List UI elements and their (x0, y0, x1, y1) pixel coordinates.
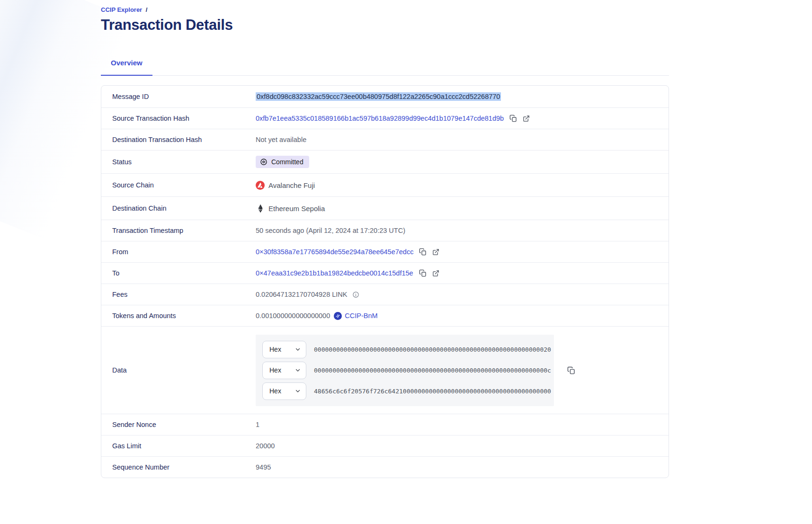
breadcrumb: CCIP Explorer / (101, 6, 669, 13)
hex-format-select[interactable]: Hex (262, 362, 306, 379)
copy-icon[interactable] (567, 366, 575, 374)
table-row-source-chain: Source Chain Avalanche Fuji (101, 173, 669, 196)
table-row-tokens: Tokens and Amounts 0.001000000000000000 … (101, 305, 669, 326)
sender-nonce-value: 1 (256, 421, 259, 428)
table-row-data: Data Hex 0000000000000000000000000000000… (101, 326, 669, 414)
to-address-link[interactable]: 0×47eaa31c9e2b1b1ba19824bedcbe0014c15df1… (256, 269, 413, 277)
status-badge-label: Committed (271, 158, 303, 166)
copy-icon[interactable] (419, 248, 427, 256)
ethereum-icon (256, 204, 265, 213)
table-row-to: To 0×47eaa31c9e2b1b1ba19824bedcbe0014c15… (101, 262, 669, 284)
table-row-from: From 0×30f8358a7e17765894de55e294a78ee64… (101, 241, 669, 262)
table-row-gas-limit: Gas Limit 20000 (101, 435, 669, 456)
data-hex-row: Hex 000000000000000000000000000000000000… (262, 362, 547, 379)
field-label: Sender Nonce (101, 421, 256, 428)
breadcrumb-separator: / (146, 6, 148, 13)
breadcrumb-ccip-explorer-link[interactable]: CCIP Explorer (101, 6, 142, 13)
hex-format-select-value: Hex (269, 366, 281, 374)
field-label: Destination Chain (101, 204, 256, 212)
sequence-number-value: 9495 (256, 463, 271, 471)
field-label: Source Chain (101, 181, 256, 189)
table-row-sequence-number: Sequence Number 9495 (101, 456, 669, 478)
field-label: Sequence Number (101, 463, 256, 471)
from-address-link[interactable]: 0×30f8358a7e17765894de55e294a78ee645e7ed… (256, 248, 413, 256)
data-hex-panel: Hex 000000000000000000000000000000000000… (256, 335, 554, 406)
ccip-bnm-token-icon (334, 312, 342, 320)
transaction-details-card: Message ID 0xf8dc098c832332ac59ccc73ee00… (101, 85, 669, 478)
chevron-down-icon (295, 388, 301, 394)
field-label: Gas Limit (101, 442, 256, 450)
ccip-bnm-token-link[interactable]: CCIP-BnM (345, 312, 377, 320)
dest-tx-hash-value: Not yet available (256, 136, 306, 143)
external-link-icon[interactable] (432, 249, 439, 256)
field-label: Transaction Timestamp (101, 227, 256, 234)
data-hex-row: Hex 000000000000000000000000000000000000… (262, 341, 547, 358)
data-hex-line: 48656c6c6f20576f726c64210000000000000000… (314, 388, 551, 395)
table-row-message-id: Message ID 0xf8dc098c832332ac59ccc73ee00… (101, 86, 669, 107)
avalanche-icon (256, 181, 265, 190)
fees-value: 0.020647132170704928 LINK (256, 291, 348, 298)
field-label: Destination Transaction Hash (101, 136, 256, 143)
copy-icon[interactable] (509, 115, 517, 122)
table-row-dest-tx-hash: Destination Transaction Hash Not yet ava… (101, 129, 669, 150)
main-content: CCIP Explorer / Transaction Details Over… (101, 0, 669, 478)
page-title: Transaction Details (101, 17, 669, 34)
tab-overview[interactable]: Overview (101, 52, 152, 76)
chevron-down-icon (295, 367, 301, 373)
hex-format-select[interactable]: Hex (262, 341, 306, 358)
chevron-down-icon (295, 346, 301, 352)
data-hex-row: Hex 48656c6c6f20576f726c6421000000000000… (262, 382, 547, 400)
dest-chain-name: Ethereum Sepolia (268, 204, 325, 213)
field-label: Tokens and Amounts (101, 312, 256, 320)
field-label: From (101, 248, 256, 256)
data-hex-line: 0000000000000000000000000000000000000000… (314, 346, 551, 353)
field-label: Status (101, 158, 256, 166)
source-chain-name: Avalanche Fuji (268, 181, 315, 189)
copy-icon[interactable] (419, 269, 427, 277)
field-label: Source Transaction Hash (101, 115, 256, 122)
source-tx-hash-link[interactable]: 0xfb7e1eea5335c018589166b1ac597b618a9289… (256, 115, 504, 122)
table-row-status: Status Committed (101, 150, 669, 173)
data-hex-line: 0000000000000000000000000000000000000000… (314, 367, 551, 374)
field-label: To (101, 269, 256, 277)
table-row-fees: Fees 0.020647132170704928 LINK (101, 284, 669, 305)
message-id-value: 0xf8dc098c832332ac59ccc73ee00b480975d8f1… (256, 92, 501, 101)
table-row-sender-nonce: Sender Nonce 1 (101, 414, 669, 435)
token-amount: 0.001000000000000000 (256, 312, 330, 320)
table-row-source-tx-hash: Source Transaction Hash 0xfb7e1eea5335c0… (101, 107, 669, 129)
status-badge: Committed (256, 156, 309, 168)
hex-format-select[interactable]: Hex (262, 382, 306, 400)
gas-limit-value: 20000 (256, 442, 275, 450)
external-link-icon[interactable] (432, 270, 439, 277)
timestamp-value: 50 seconds ago (April 12, 2024 at 17:20:… (256, 227, 405, 234)
tab-bar: Overview (101, 52, 669, 76)
hex-format-select-value: Hex (269, 346, 281, 353)
hex-format-select-value: Hex (269, 387, 281, 395)
committed-status-icon (260, 158, 268, 166)
table-row-timestamp: Transaction Timestamp 50 seconds ago (Ap… (101, 220, 669, 241)
field-label: Data (101, 366, 256, 374)
field-label: Message ID (101, 93, 256, 100)
info-icon[interactable] (352, 291, 359, 298)
field-label: Fees (101, 291, 256, 298)
external-link-icon[interactable] (523, 115, 530, 122)
table-row-dest-chain: Destination Chain Ethereum Sepolia (101, 196, 669, 220)
